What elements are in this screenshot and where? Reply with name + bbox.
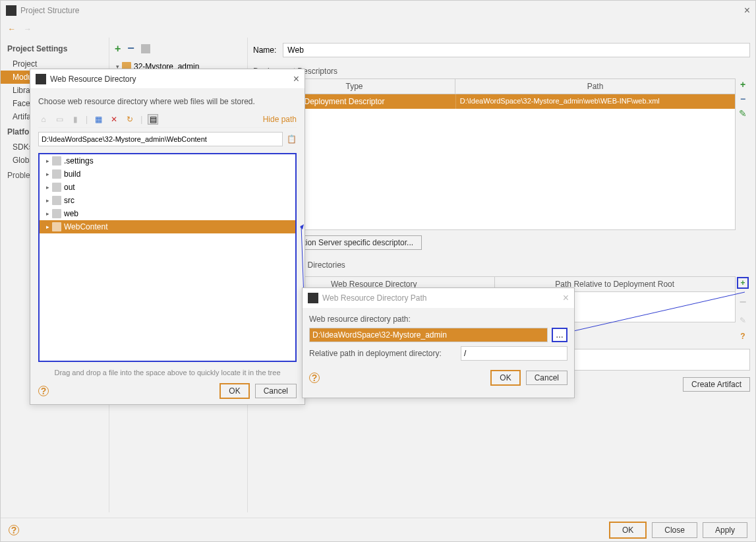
dlg2-icon xyxy=(308,293,318,303)
hide-path-link[interactable]: Hide path xyxy=(263,115,297,124)
main-apply-button[interactable]: Apply xyxy=(703,522,747,538)
nav-back-icon[interactable]: ← xyxy=(6,23,18,35)
folder-build[interactable]: ▸build xyxy=(40,167,295,181)
dlg1-title: Web Resource Directory xyxy=(50,75,136,84)
dlg2-label2: Relative path in deployment directory: xyxy=(309,349,454,358)
main-ok-button[interactable]: OK xyxy=(609,522,647,539)
show-hidden-icon[interactable]: ▤ xyxy=(148,114,158,125)
folder-out[interactable]: ▸out xyxy=(40,181,295,194)
dlg1-close-icon[interactable]: × xyxy=(293,73,299,85)
descriptor-row[interactable]: Web Module Deployment Descriptor D:\Idea… xyxy=(254,94,735,109)
facet-name-input[interactable] xyxy=(283,43,750,57)
add-descriptor-icon[interactable]: + xyxy=(740,79,745,90)
dlg1-icon xyxy=(36,74,46,84)
project-icon[interactable]: ▮ xyxy=(70,114,80,125)
delete-icon[interactable]: ✕ xyxy=(109,114,119,125)
window-title: Project Structure xyxy=(20,6,79,15)
add-resource-dir-icon[interactable]: + xyxy=(737,277,749,289)
sidebar-section-project: Project Settings xyxy=(7,44,102,53)
main-footer: ? OK Close Apply xyxy=(1,518,755,541)
td-path: D:\IdeaWordSpace\32-Mystore_admin\web\WE… xyxy=(456,94,735,109)
name-label: Name: xyxy=(253,45,276,55)
folder-webcontent[interactable]: ▸WebContent xyxy=(40,220,295,233)
main-close-button[interactable]: Close xyxy=(652,522,697,538)
new-folder-icon[interactable]: ▦ xyxy=(93,114,103,125)
dlg1-cancel-button[interactable]: Cancel xyxy=(255,384,297,398)
resource-path-input[interactable] xyxy=(309,328,548,342)
web-resource-dir-dialog: Web Resource Directory × Choose web reso… xyxy=(30,69,305,405)
dlg1-help-icon[interactable]: ? xyxy=(38,386,49,396)
dlg2-help-icon[interactable]: ? xyxy=(309,373,320,383)
folder-web[interactable]: ▸web xyxy=(40,207,295,220)
web-resource-path-dialog: Web Resource Directory Path × Web resour… xyxy=(302,287,575,398)
help-icon[interactable]: ? xyxy=(9,525,19,535)
browse-button[interactable]: … xyxy=(552,328,567,342)
desktop-icon[interactable]: ▭ xyxy=(54,114,65,125)
edit-resource-dir-icon[interactable]: ✎ xyxy=(740,316,746,325)
close-icon[interactable]: × xyxy=(744,5,750,16)
dlg1-ok-button[interactable]: OK xyxy=(219,383,249,399)
remove-resource-dir-icon[interactable]: − xyxy=(740,295,747,309)
create-artifact-button[interactable]: Create Artifact xyxy=(683,377,750,392)
nav-forward-icon[interactable]: → xyxy=(22,23,34,35)
home-icon[interactable]: ⌂ xyxy=(38,114,49,125)
dlg2-title: Web Resource Directory Path xyxy=(322,293,427,303)
dlg2-close-icon[interactable]: × xyxy=(563,292,569,304)
add-module-icon[interactable]: + xyxy=(115,43,121,55)
facet-config-panel: Name: Deployment Descriptors Type Path W… xyxy=(248,38,755,512)
file-tree[interactable]: ▸.settings ▸build ▸out ▸src ▸web ▸WebCon… xyxy=(38,153,297,362)
path-input[interactable] xyxy=(38,132,283,146)
history-icon[interactable]: 📋 xyxy=(287,135,297,144)
nav-toolbar: ← → xyxy=(1,20,755,38)
main-titlebar: Project Structure × xyxy=(1,1,755,20)
refresh-icon[interactable]: ↻ xyxy=(125,114,135,125)
copy-module-icon[interactable] xyxy=(141,44,150,53)
th-path: Path xyxy=(455,79,735,94)
folder-src[interactable]: ▸src xyxy=(40,194,295,207)
web-res-dirs-label: Web Resource Directories xyxy=(253,260,750,270)
dlg2-ok-button[interactable]: OK xyxy=(490,370,520,386)
help-resource-icon[interactable]: ? xyxy=(740,332,745,341)
remove-descriptor-icon[interactable]: − xyxy=(740,94,745,104)
remove-module-icon[interactable]: − xyxy=(127,42,134,55)
dlg2-cancel-button[interactable]: Cancel xyxy=(526,371,567,385)
app-icon xyxy=(6,5,16,16)
dlg1-hint: Drag and drop a file into the space abov… xyxy=(38,366,297,379)
dlg1-message: Choose web resource directory where web … xyxy=(38,94,297,111)
dlg2-label1: Web resource directory path: xyxy=(309,315,567,324)
relative-path-input[interactable] xyxy=(461,346,567,361)
folder-settings[interactable]: ▸.settings xyxy=(40,154,295,167)
edit-descriptor-icon[interactable]: ✎ xyxy=(739,108,747,119)
deploy-desc-label: Deployment Descriptors xyxy=(253,67,750,76)
